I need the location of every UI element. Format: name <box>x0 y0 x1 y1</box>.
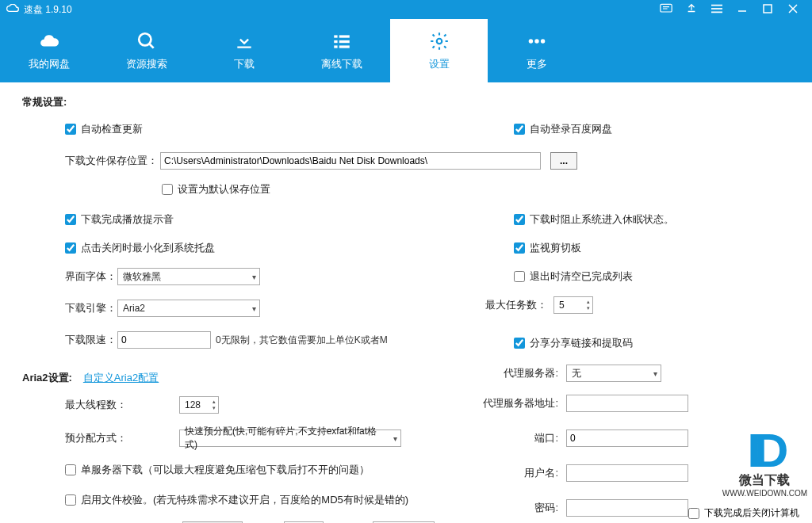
max-tasks-label: 最大任务数： <box>484 298 547 312</box>
font-label: 界面字体： <box>65 269 117 284</box>
nav-settings[interactable]: 设置 <box>390 19 488 82</box>
custom-aria2-link[interactable]: 自定义Aria2配置 <box>83 371 159 385</box>
font-select[interactable]: 微软雅黑 <box>117 268 260 285</box>
svg-rect-2 <box>711 8 722 10</box>
nav-search[interactable]: 资源搜索 <box>98 19 195 82</box>
nav-label: 资源搜索 <box>126 57 167 71</box>
svg-point-12 <box>436 39 442 44</box>
play-sound-checkbox[interactable]: 下载完成播放提示音 <box>65 212 174 227</box>
svg-rect-8 <box>334 40 337 43</box>
minimize-tray-checkbox[interactable]: 点击关闭时最小化到系统托盘 <box>65 241 215 255</box>
download-icon <box>234 30 255 52</box>
speed-input[interactable] <box>117 331 211 349</box>
close-button[interactable] <box>780 3 806 16</box>
speed-label: 下载限速： <box>65 333 117 347</box>
svg-rect-6 <box>334 35 337 37</box>
pass-label: 密码: <box>479 501 558 515</box>
prevent-sleep-checkbox[interactable]: 下载时阻止系统进入休眠状态。 <box>514 212 674 227</box>
svg-rect-9 <box>339 40 349 43</box>
proxy-addr-input[interactable] <box>566 395 688 412</box>
nav-label: 我的网盘 <box>29 57 70 71</box>
svg-point-13 <box>528 39 532 43</box>
auto-update-checkbox[interactable]: 自动检查更新 <box>65 122 143 136</box>
auto-login-checkbox[interactable]: 自动登录百度网盘 <box>514 122 612 136</box>
shutdown-checkbox-row: 下载完成后关闭计算机 <box>688 506 799 520</box>
svg-point-5 <box>139 33 151 45</box>
menu-icon[interactable] <box>704 3 730 16</box>
threads-label: 最大线程数： <box>65 398 179 412</box>
minimize-button[interactable] <box>730 3 755 16</box>
svg-rect-7 <box>339 35 349 37</box>
nav-more[interactable]: 更多 <box>488 19 585 82</box>
share-icon[interactable] <box>679 3 704 17</box>
svg-point-15 <box>540 39 544 43</box>
max-tasks-spinner[interactable]: 5 <box>553 296 593 314</box>
proxy-select[interactable]: 无 <box>566 365 661 382</box>
feedback-icon[interactable] <box>653 3 679 17</box>
port-label: 端口: <box>479 431 558 445</box>
monitor-clip-checkbox[interactable]: 监视剪切板 <box>514 241 581 255</box>
clear-done-checkbox[interactable]: 退出时清空已完成列表 <box>514 269 633 284</box>
shutdown-checkbox[interactable]: 下载完成后关闭计算机 <box>688 506 799 520</box>
settings-panel: 常规设置: 自动检查更新 自动登录百度网盘 下载文件保存位置： ... 设置为默… <box>0 82 812 523</box>
svg-point-14 <box>534 39 538 43</box>
save-path-input[interactable] <box>160 152 541 170</box>
proxy-addr-label: 代理服务器地址: <box>479 396 558 410</box>
navbar: 我的网盘 资源搜索 下载 离线下载 设置 更多 <box>0 19 812 82</box>
single-server-checkbox[interactable]: 单服务器下载（可以最大程度避免压缩包下载后打不开的问题） <box>65 463 370 477</box>
nav-my-disk[interactable]: 我的网盘 <box>0 19 98 82</box>
port-input[interactable] <box>566 429 688 447</box>
pass-input[interactable] <box>566 499 688 517</box>
titlebar: 速盘 1.9.10 <box>0 0 812 19</box>
user-input[interactable] <box>566 464 688 482</box>
set-default-checkbox[interactable]: 设置为默认保存位置 <box>162 182 270 197</box>
user-label: 用户名: <box>479 466 558 480</box>
nav-label: 下载 <box>234 57 255 71</box>
maximize-button[interactable] <box>755 3 780 16</box>
save-path-label: 下载文件保存位置： <box>65 154 160 168</box>
nav-label: 离线下载 <box>321 57 362 71</box>
file-verify-checkbox[interactable]: 启用文件校验。(若无特殊需求不建议开启，百度给的MD5有时候是错的) <box>65 493 408 507</box>
engine-label: 下载引擎： <box>65 301 117 315</box>
list-icon <box>331 30 352 52</box>
more-icon <box>527 30 547 52</box>
svg-rect-0 <box>661 4 672 12</box>
prealloc-label: 预分配方式： <box>65 431 179 445</box>
general-title: 常规设置: <box>22 95 790 109</box>
cloud-disk-icon <box>39 30 59 52</box>
aria2-title: Aria2设置: <box>22 371 72 385</box>
proxy-label: 代理服务器: <box>479 366 558 380</box>
browse-button[interactable]: ... <box>550 152 577 170</box>
nav-label: 设置 <box>429 57 450 71</box>
search-icon <box>136 30 157 52</box>
threads-spinner[interactable]: 128 <box>179 396 219 414</box>
nav-download[interactable]: 下载 <box>195 19 293 82</box>
svg-rect-11 <box>339 45 349 48</box>
svg-rect-1 <box>711 5 722 6</box>
svg-rect-3 <box>711 12 722 13</box>
nav-offline[interactable]: 离线下载 <box>293 19 390 82</box>
prealloc-select[interactable]: 快速预分配(快,可能有碎片,不支持exfat和fat格式) <box>179 429 401 447</box>
svg-rect-10 <box>334 45 337 48</box>
svg-rect-4 <box>764 5 772 13</box>
engine-select[interactable]: Aria2 <box>117 300 260 317</box>
nav-label: 更多 <box>527 57 547 71</box>
share-link-checkbox[interactable]: 分享分享链接和提取码 <box>514 336 633 350</box>
gear-icon <box>429 30 450 52</box>
cloud-icon <box>6 4 19 16</box>
speed-hint: 0无限制，其它数值需要加上单位K或者M <box>216 334 388 347</box>
app-title: 速盘 1.9.10 <box>24 3 72 17</box>
